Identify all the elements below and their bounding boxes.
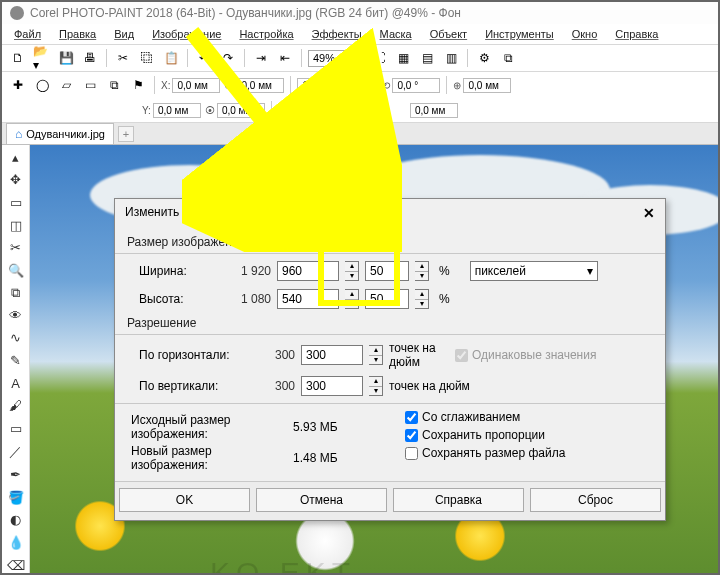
vres-input[interactable]: 300: [301, 376, 363, 396]
grid-icon[interactable]: ▤: [417, 48, 437, 68]
path-tool-icon[interactable]: ✒: [6, 467, 26, 484]
reset-button[interactable]: Сброс: [530, 488, 661, 512]
prop-cx[interactable]: 0,0 мм: [463, 78, 511, 93]
launch-icon[interactable]: ⧉: [498, 48, 518, 68]
crop1-icon[interactable]: ▱: [56, 75, 76, 95]
fullscreen-icon[interactable]: ⛶: [369, 48, 389, 68]
pick-tool-icon[interactable]: ▴: [6, 149, 26, 166]
flag-icon[interactable]: ⚑: [128, 75, 148, 95]
transparency-tool-icon[interactable]: ◐: [6, 512, 26, 529]
orig-size-label: Исходный размер изображения:: [127, 413, 287, 441]
cut-icon[interactable]: ✂: [113, 48, 133, 68]
width-percent-input[interactable]: 50: [365, 261, 409, 281]
width-input[interactable]: 960: [277, 261, 339, 281]
line-tool-icon[interactable]: ／: [6, 443, 26, 461]
height-percent-input[interactable]: 50: [365, 289, 409, 309]
menu-window[interactable]: Окно: [566, 26, 604, 42]
menu-file[interactable]: Файл: [8, 26, 47, 42]
prop-sx[interactable]: 100 %: [297, 78, 345, 93]
tab-document[interactable]: ⌂ Одуванчики.jpg: [6, 123, 114, 144]
watermark: KO EKT: [210, 556, 356, 575]
height-label: Высота:: [127, 292, 221, 306]
copy-icon[interactable]: ⿻: [137, 48, 157, 68]
vres-label: По вертикали:: [127, 379, 245, 393]
ellipse-icon[interactable]: ◯: [32, 75, 52, 95]
width-percent-spinner[interactable]: ▴▾: [415, 261, 429, 281]
menu-object[interactable]: Объект: [424, 26, 473, 42]
titlebar: Corel PHOTO-PAINT 2018 (64-Bit) - Одуван…: [2, 2, 718, 24]
clone-tool-icon[interactable]: ⧉: [6, 284, 26, 301]
rulers-icon[interactable]: ▦: [393, 48, 413, 68]
crop2-icon[interactable]: ▭: [80, 75, 100, 95]
prop-w[interactable]: 0,0 мм: [236, 78, 284, 93]
menu-help[interactable]: Справка: [609, 26, 664, 42]
hres-spinner[interactable]: ▴▾: [369, 345, 383, 365]
zoom-tool-icon[interactable]: 🔍: [6, 262, 26, 279]
print-icon[interactable]: 🖶: [80, 48, 100, 68]
erase-tool-icon[interactable]: ⌫: [6, 557, 26, 574]
keep-filesize-check[interactable]: Сохранять размер файла: [405, 446, 653, 460]
height-input[interactable]: 540: [277, 289, 339, 309]
menu-adjust[interactable]: Настройка: [233, 26, 299, 42]
export-icon[interactable]: ⇤: [275, 48, 295, 68]
menu-edit[interactable]: Правка: [53, 26, 102, 42]
paint-tool-icon[interactable]: 🖌: [6, 397, 26, 414]
prop-h[interactable]: 0,0 мм: [217, 103, 265, 118]
toolbox: ▴ ✥ ▭ ◫ ✂ 🔍 ⧉ 👁 ∿ ✎ A 🖌 ▭ ／ ✒ 🪣 ◐ 💧 ⌫ ◧: [2, 145, 30, 575]
pick-icon[interactable]: ✚: [8, 75, 28, 95]
lock-icon[interactable]: 🔒: [358, 75, 378, 95]
prop-y[interactable]: 0,0 мм: [153, 103, 201, 118]
window-title: Corel PHOTO-PAINT 2018 (64-Bit) - Одуван…: [30, 6, 461, 20]
menu-view[interactable]: Вид: [108, 26, 140, 42]
crop-tool-icon[interactable]: ✂: [6, 239, 26, 256]
prop-sy[interactable]: 100 %: [278, 103, 326, 118]
width-spinner[interactable]: ▴▾: [345, 261, 359, 281]
options-icon[interactable]: ⚙: [474, 48, 494, 68]
unit-combo[interactable]: пикселей▾: [470, 261, 598, 281]
dpi-label-2: точек на дюйм: [389, 379, 470, 393]
guides-icon[interactable]: ▥: [441, 48, 461, 68]
antialias-check[interactable]: Со сглаживанием: [405, 410, 653, 424]
help-button[interactable]: Справка: [393, 488, 524, 512]
hres-input[interactable]: 300: [301, 345, 363, 365]
liquid-tool-icon[interactable]: ∿: [6, 330, 26, 347]
cancel-button[interactable]: Отмена: [256, 488, 387, 512]
paste-icon[interactable]: 📋: [161, 48, 181, 68]
effect-tool-icon[interactable]: ✎: [6, 352, 26, 369]
prop-x[interactable]: 0,0 мм: [172, 78, 220, 93]
close-icon[interactable]: ✕: [643, 205, 655, 221]
redo-icon[interactable]: ↷: [218, 48, 238, 68]
zoom-combo[interactable]: 49%▾: [308, 50, 356, 67]
menu-mask[interactable]: Маска: [374, 26, 418, 42]
save-icon[interactable]: 💾: [56, 48, 76, 68]
mask-rect-icon[interactable]: ▭: [6, 194, 26, 211]
rect-tool-icon[interactable]: ▭: [6, 420, 26, 437]
eyedrop-tool-icon[interactable]: 💧: [6, 534, 26, 551]
mask-transform-icon[interactable]: ◫: [6, 217, 26, 234]
height-spinner[interactable]: ▴▾: [345, 289, 359, 309]
open-icon[interactable]: 📂▾: [32, 48, 52, 68]
menu-effects[interactable]: Эффекты: [306, 26, 368, 42]
ok-button[interactable]: OK: [119, 488, 250, 512]
new-icon[interactable]: 🗋: [8, 48, 28, 68]
menu-image[interactable]: Изображение: [146, 26, 227, 42]
width-original: 1 920: [227, 264, 271, 278]
text-tool-icon[interactable]: A: [6, 375, 26, 392]
keep-ratio-check[interactable]: Сохранить пропорции: [405, 428, 653, 442]
home-icon: ⌂: [15, 127, 22, 141]
prop-angle[interactable]: 0,0 °: [392, 78, 440, 93]
import-icon[interactable]: ⇥: [251, 48, 271, 68]
crop3-icon[interactable]: ⧉: [104, 75, 124, 95]
fill-tool-icon[interactable]: 🪣: [6, 489, 26, 506]
height-percent-spinner[interactable]: ▴▾: [415, 289, 429, 309]
hres-original: 300: [251, 348, 295, 362]
vres-spinner[interactable]: ▴▾: [369, 376, 383, 396]
menu-tools[interactable]: Инструменты: [479, 26, 560, 42]
undo-icon[interactable]: ↶: [194, 48, 214, 68]
hres-label: По горизонтали:: [127, 348, 245, 362]
transform-tool-icon[interactable]: ✥: [6, 172, 26, 189]
redeye-tool-icon[interactable]: 👁: [6, 307, 26, 324]
prop-cy[interactable]: 0,0 мм: [410, 103, 458, 118]
tab-add[interactable]: +: [118, 126, 134, 142]
vres-original: 300: [251, 379, 295, 393]
